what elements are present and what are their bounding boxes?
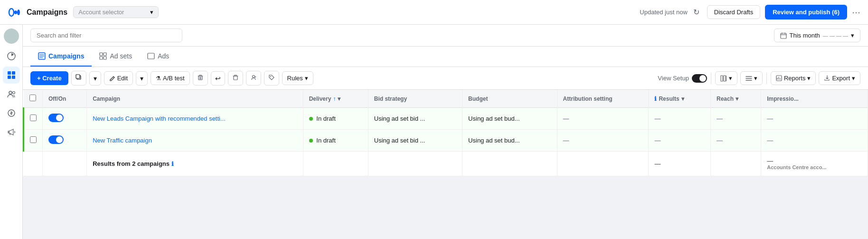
duplicate-button[interactable]	[71, 71, 86, 86]
reports-dropdown-icon: ▾	[807, 75, 811, 82]
select-all-checkbox[interactable]	[29, 95, 36, 101]
account-dropdown[interactable]: Account selector ▾	[73, 6, 159, 18]
row1-toggle-cell	[43, 108, 87, 130]
rules-button[interactable]: Rules ▾	[282, 71, 313, 85]
reports-label: Reports	[784, 75, 806, 82]
main-layout: This month — — — — ▾ Campaigns Ad sets A…	[0, 25, 868, 239]
svg-point-8	[12, 92, 15, 94]
row2-results-cell: —	[649, 130, 711, 152]
table-row: New Leads Campaign with recommended sett…	[24, 108, 868, 130]
row2-campaign-cell: New Traffic campaign	[87, 130, 303, 152]
sidebar	[0, 25, 23, 239]
tab-campaigns[interactable]: Campaigns	[30, 47, 92, 67]
avatar	[4, 29, 19, 44]
delete-icon	[197, 74, 204, 81]
breakdown-button[interactable]: ▾	[740, 71, 763, 85]
ads-tab-icon	[147, 52, 155, 60]
delivery-header[interactable]: Delivery ↑ ▾	[303, 90, 368, 108]
view-setup-label: View Setup	[658, 75, 689, 82]
review-publish-button[interactable]: Review and publish (6)	[765, 5, 847, 19]
sidebar-item-coins[interactable]	[3, 105, 20, 122]
svg-rect-25	[726, 76, 726, 81]
sidebar-item-megaphone[interactable]	[3, 124, 20, 141]
rules-dropdown-icon: ▾	[305, 75, 308, 82]
row2-delivery-cell: In draft	[303, 130, 368, 152]
table-row: New Traffic campaign In draft Using ad s…	[24, 130, 868, 152]
columns-dropdown-icon: ▾	[729, 75, 732, 82]
tab-campaigns-label: Campaigns	[48, 52, 84, 60]
toolbar-divider-1	[711, 73, 711, 84]
row1-checkbox[interactable]	[30, 115, 37, 121]
row2-impressions-cell: —	[761, 130, 868, 152]
edit-button[interactable]: Edit	[104, 71, 133, 85]
assign-button[interactable]	[246, 71, 261, 86]
toolbar: + Create ▾ Edit ▾ ⚗ A/B test ↩	[23, 67, 868, 90]
row1-campaign-link[interactable]: New Leads Campaign with recommended sett…	[93, 115, 226, 122]
edit-dropdown-button[interactable]: ▾	[136, 71, 148, 86]
toolbar-divider-2	[766, 73, 767, 84]
results-info-icon[interactable]: ℹ	[654, 96, 657, 102]
tab-ads-label: Ads	[158, 52, 169, 60]
date-filter-dropdown[interactable]: This month — — — — ▾	[774, 29, 860, 42]
totals-toggle-cell	[43, 152, 87, 176]
select-all-header	[24, 90, 43, 108]
tag-button[interactable]	[264, 71, 279, 86]
row1-delivery-text: In draft	[316, 115, 335, 122]
refresh-button[interactable]: ↻	[691, 6, 701, 19]
svg-point-21	[252, 76, 255, 78]
row1-campaign-cell: New Leads Campaign with recommended sett…	[87, 108, 303, 130]
create-button[interactable]: + Create	[30, 71, 68, 85]
off-on-header: Off/On	[43, 90, 87, 108]
delete-button[interactable]	[193, 71, 208, 86]
results-header[interactable]: ℹ Results ▾	[649, 90, 711, 108]
row2-campaign-link[interactable]: New Traffic campaign	[93, 137, 152, 144]
edit-icon	[109, 75, 115, 81]
account-dropdown-text: Account selector	[78, 9, 124, 16]
breakdown-icon	[745, 75, 752, 82]
tab-adsets-label: Ad sets	[110, 52, 132, 60]
row1-impressions-cell: —	[761, 108, 868, 130]
budget-header: Budget	[462, 90, 557, 108]
row1-checkbox-cell	[24, 108, 43, 130]
row1-results-cell: —	[649, 108, 711, 130]
assign-icon	[250, 74, 257, 81]
totals-info-icon[interactable]: ℹ	[171, 161, 174, 167]
row2-checkbox[interactable]	[30, 136, 37, 143]
row1-status-dot	[309, 117, 313, 121]
totals-budget-cell	[462, 152, 557, 176]
campaigns-tab-icon	[38, 52, 46, 60]
results-dropdown-icon: ▾	[681, 96, 684, 102]
svg-rect-23	[721, 76, 723, 81]
more-options-button[interactable]: ⋯	[852, 7, 860, 18]
sidebar-item-chart[interactable]	[3, 48, 20, 65]
export-icon	[824, 75, 830, 81]
totals-row: Results from 2 campaigns ℹ —	[24, 152, 868, 176]
reports-button[interactable]: Reports ▾	[771, 71, 816, 85]
duplicate-dropdown-button[interactable]: ▾	[89, 71, 101, 86]
view-setup-toggle[interactable]	[692, 74, 707, 83]
tab-ads[interactable]: Ads	[140, 47, 177, 67]
svg-rect-13	[104, 53, 106, 56]
row1-toggle[interactable]	[48, 114, 64, 122]
row2-toggle[interactable]	[48, 135, 64, 144]
top-bar: Campaigns Account selector ▾ Updated jus…	[0, 0, 868, 25]
dropdown-chevron-icon: ▾	[150, 9, 153, 16]
discard-drafts-button[interactable]: Discard Drafts	[707, 5, 760, 19]
impressions-header: Impressio...	[761, 90, 868, 108]
columns-button[interactable]: ▾	[715, 71, 737, 85]
content-area: This month — — — — ▾ Campaigns Ad sets A…	[23, 25, 868, 239]
sidebar-item-people[interactable]	[3, 86, 20, 103]
accounts-text: Accounts Centre acco...	[767, 164, 862, 170]
totals-results-cell: —	[649, 152, 711, 176]
sidebar-item-grid[interactable]	[3, 67, 20, 84]
ab-test-button[interactable]: ⚗ A/B test	[151, 71, 190, 85]
duplicate-icon	[75, 74, 82, 81]
campaigns-table: Off/On Campaign Delivery ↑ ▾	[23, 90, 868, 176]
search-input[interactable]	[30, 29, 182, 42]
discard-button[interactable]	[228, 71, 243, 86]
reach-header[interactable]: Reach ▾	[711, 90, 761, 108]
export-button[interactable]: Export ▾	[819, 71, 860, 85]
tab-adsets[interactable]: Ad sets	[92, 47, 140, 67]
undo-button[interactable]: ↩	[211, 71, 225, 86]
totals-impressions-cell: — Accounts Centre acco...	[761, 152, 868, 176]
